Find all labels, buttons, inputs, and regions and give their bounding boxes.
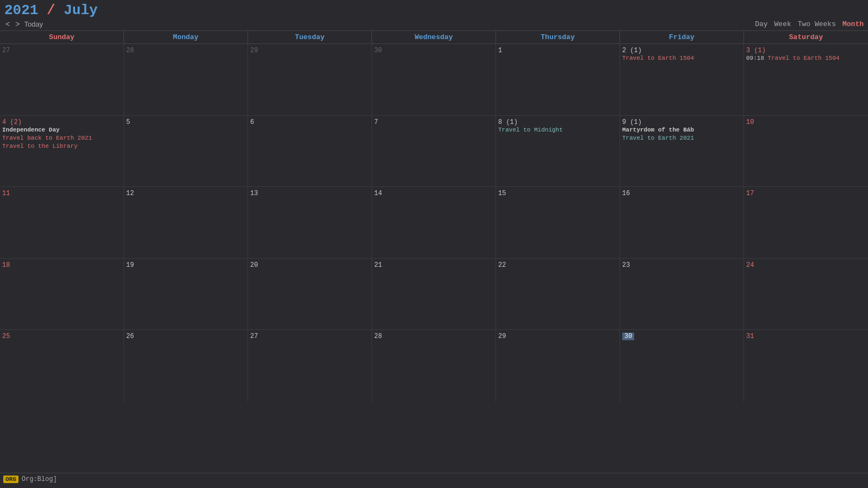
event-line[interactable]: Travel to Midnight <box>498 126 617 134</box>
view-day-button[interactable]: Day <box>755 20 767 28</box>
cell-date: 14 <box>374 190 382 197</box>
calendar: SundayMondayTuesdayWednesdayThursdayFrid… <box>0 30 868 473</box>
cal-cell-4-1[interactable]: 26 <box>124 330 248 402</box>
cal-cell-2-1[interactable]: 12 <box>124 187 248 258</box>
cell-date: 21 <box>374 261 382 269</box>
cal-cell-3-6[interactable]: 24 <box>744 259 868 330</box>
cal-cell-4-6[interactable]: 31 <box>744 330 868 402</box>
cell-date: 20 <box>250 261 258 269</box>
cal-cell-3-0[interactable]: 18 <box>0 259 124 330</box>
cal-cell-0-1[interactable]: 28 <box>124 44 248 115</box>
cal-cell-3-4[interactable]: 22 <box>496 259 620 330</box>
cal-cell-4-0[interactable]: 25 <box>0 330 124 402</box>
day-header-monday: Monday <box>124 31 248 43</box>
cal-cell-0-2[interactable]: 29 <box>248 44 372 115</box>
cal-cell-4-3[interactable]: 28 <box>372 330 496 402</box>
prev-button[interactable]: < <box>4 20 11 28</box>
cal-cell-0-0[interactable]: 27 <box>0 44 124 115</box>
cell-date: 17 <box>746 190 754 197</box>
event-line[interactable]: 09:18 Travel to Earth 1504 <box>746 54 866 62</box>
cal-cell-3-1[interactable]: 19 <box>124 259 248 330</box>
cal-cell-1-5[interactable]: 9 (1)Martyrdom of the BábTravel to Earth… <box>620 116 744 187</box>
today-button[interactable]: Today <box>24 20 43 28</box>
cell-date: 23 <box>622 261 630 269</box>
view-month-button[interactable]: Month <box>842 20 864 28</box>
cal-cell-1-1[interactable]: 5 <box>124 116 248 187</box>
event-line[interactable]: Independence Day <box>2 126 121 134</box>
cal-cell-0-5[interactable]: 2 (1)Travel to Earth 1504 <box>620 44 744 115</box>
view-twoweeks-button[interactable]: Two Weeks <box>798 20 836 28</box>
cell-date: 27 <box>250 333 258 340</box>
cal-cell-2-2[interactable]: 13 <box>248 187 372 258</box>
cal-cell-3-3[interactable]: 21 <box>372 259 496 330</box>
cell-date: 29 <box>250 47 258 54</box>
week-row-3: 18192021222324 <box>0 259 868 330</box>
nav-row: < > Today Day Week Two Weeks Month <box>0 20 868 30</box>
cell-date: 11 <box>2 190 10 197</box>
cell-date: 26 <box>126 333 134 340</box>
status-text: Org:Blog] <box>22 476 57 483</box>
cell-date: 30 <box>374 47 382 54</box>
cal-cell-2-5[interactable]: 16 <box>620 187 744 258</box>
day-header-saturday: Saturday <box>744 31 868 43</box>
cell-date: 13 <box>250 190 258 197</box>
cell-date: 3 (1) <box>746 47 766 54</box>
cell-date: 28 <box>374 333 382 340</box>
cal-cell-2-3[interactable]: 14 <box>372 187 496 258</box>
event-line[interactable]: Travel back to Earth 2021 <box>2 134 121 142</box>
cell-date: 24 <box>746 261 754 269</box>
view-week-button[interactable]: Week <box>774 20 791 28</box>
event-line[interactable]: Travel to Earth 1504 <box>622 54 741 62</box>
cell-date: 9 (1) <box>622 118 642 126</box>
cell-date: 29 <box>498 333 506 340</box>
day-header-tuesday: Tuesday <box>248 31 372 43</box>
status-bar: ORG Org:Blog] <box>0 473 868 485</box>
cell-date: 19 <box>126 261 134 269</box>
cal-cell-3-5[interactable]: 23 <box>620 259 744 330</box>
cell-date: 31 <box>746 333 754 340</box>
cell-date: 8 (1) <box>498 118 518 126</box>
event-line[interactable]: Travel to the Library <box>2 142 121 151</box>
day-header-friday: Friday <box>620 31 744 43</box>
cal-cell-2-6[interactable]: 17 <box>744 187 868 258</box>
day-headers: SundayMondayTuesdayWednesdayThursdayFrid… <box>0 31 868 44</box>
page-title: 2021 / July <box>4 2 98 18</box>
day-header-thursday: Thursday <box>496 31 620 43</box>
cal-cell-0-3[interactable]: 30 <box>372 44 496 115</box>
event-line[interactable]: Travel to Earth 2021 <box>622 134 741 142</box>
cell-date: 25 <box>2 333 10 340</box>
cal-cell-2-4[interactable]: 15 <box>496 187 620 258</box>
day-header-sunday: Sunday <box>0 31 124 43</box>
week-row-0: 2728293012 (1)Travel to Earth 15043 (1)0… <box>0 44 868 116</box>
cal-cell-4-5[interactable]: 30 <box>620 330 744 402</box>
event-line[interactable]: Martyrdom of the Báb <box>622 126 741 134</box>
cell-date: 18 <box>2 261 10 269</box>
cal-cell-1-6[interactable]: 10 <box>744 116 868 187</box>
cal-cell-4-4[interactable]: 29 <box>496 330 620 402</box>
week-row-4: 25262728293031 <box>0 330 868 402</box>
cell-date: 2 (1) <box>622 47 642 54</box>
cell-date: 4 (2) <box>2 118 22 126</box>
cell-date: 15 <box>498 190 506 197</box>
cell-date: 1 <box>498 47 502 54</box>
cal-cell-1-2[interactable]: 6 <box>248 116 372 187</box>
cell-date: 10 <box>746 118 754 126</box>
cal-cell-1-0[interactable]: 4 (2)Independence DayTravel back to Eart… <box>0 116 124 187</box>
cell-date: 22 <box>498 261 506 269</box>
cal-cell-2-0[interactable]: 11 <box>0 187 124 258</box>
cell-date: 27 <box>2 47 10 54</box>
next-button[interactable]: > <box>14 20 21 28</box>
cal-cell-0-4[interactable]: 1 <box>496 44 620 115</box>
cal-cell-0-6[interactable]: 3 (1)09:18 Travel to Earth 1504 <box>744 44 868 115</box>
status-tag: ORG <box>3 476 18 483</box>
cell-date: 28 <box>126 47 134 54</box>
day-header-wednesday: Wednesday <box>372 31 496 43</box>
week-row-2: 11121314151617 <box>0 187 868 259</box>
cell-date: 5 <box>126 118 130 126</box>
week-row-1: 4 (2)Independence DayTravel back to Eart… <box>0 116 868 187</box>
cal-cell-1-4[interactable]: 8 (1)Travel to Midnight <box>496 116 620 187</box>
cal-cell-3-2[interactable]: 20 <box>248 259 372 330</box>
cal-cell-4-2[interactable]: 27 <box>248 330 372 402</box>
cell-date: 30 <box>622 333 634 340</box>
cal-cell-1-3[interactable]: 7 <box>372 116 496 187</box>
